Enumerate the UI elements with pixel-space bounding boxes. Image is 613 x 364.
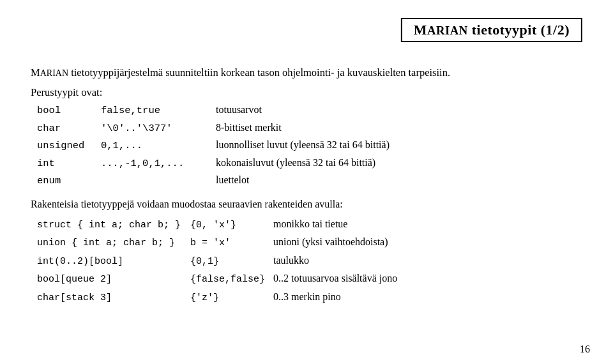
intro-text: tietotyyppijärjestelmä suunniteltiin kor… [68,66,450,79]
type-value: ...,-1,0,1,... [101,156,216,172]
rakenteisia-text: Rakenteisia tietotyyppejä voidaan muodos… [31,199,582,210]
page-title: MARIAN tietotyypit (1/2) [414,22,570,38]
type-desc: luettelot [216,172,249,188]
table-row: int(0..2)[bool] {0,1} taulukko [37,252,582,270]
title-box: MARIAN tietotyypit (1/2) [401,18,582,42]
intro-small-caps: MARIAN [31,66,68,79]
struct-val: {'z'} [190,290,273,307]
type-name: unsigned [37,138,101,155]
struct-desc: monikko tai tietue [273,215,347,232]
struct-val: {0,1} [190,254,273,270]
type-desc: luonnolliset luvut (yleensä 32 tai 64 bi… [216,137,390,153]
table-row: bool[queue 2] {false,false} 0..2 totuusa… [37,269,582,288]
struct-desc: unioni (yksi vaihtoehdoista) [273,233,388,250]
table-row: unsigned 0,1,... luonnolliset luvut (yle… [37,137,582,155]
type-desc: 8-bittiset merkit [216,119,282,136]
type-desc: totuusarvot [216,102,262,118]
type-name: enum [37,173,101,190]
type-name: char [37,121,101,137]
struct-table: struct { int a; char b; } {0, 'x'} monik… [37,215,582,307]
title-wrapper: MARIAN tietotyypit (1/2) [31,18,582,54]
struct-code: bool[queue 2] [37,271,190,288]
perustyypit-label: Perustyypit ovat: [31,86,582,99]
page: MARIAN tietotyypit (1/2) MARIAN tietotyy… [0,0,613,364]
struct-code: int(0..2)[bool] [37,254,190,270]
type-value: '\0'..'\377' [101,121,216,137]
type-desc: kokonaisluvut (yleensä 32 tai 64 bittiä) [216,155,375,171]
page-number: 16 [580,344,590,355]
struct-val: b = 'x' [190,235,273,252]
type-table: bool false,true totuusarvot char '\0'..'… [37,102,582,190]
type-value: false,true [101,103,216,119]
table-row: enum luettelot [37,172,582,190]
struct-desc: 0..3 merkin pino [273,288,341,305]
table-row: bool false,true totuusarvot [37,102,582,119]
table-row: int ...,-1,0,1,... kokonaisluvut (yleens… [37,155,582,172]
intro-paragraph: MARIAN tietotyyppijärjestelmä suunnitelt… [31,65,582,80]
type-name: bool [37,103,101,119]
struct-code: union { int a; char b; } [37,235,190,252]
table-row: union { int a; char b; } b = 'x' unioni … [37,233,582,252]
type-value: 0,1,... [101,138,216,155]
struct-code: struct { int a; char b; } [37,217,190,234]
table-row: struct { int a; char b; } {0, 'x'} monik… [37,215,582,234]
type-name: int [37,156,101,172]
table-row: char '\0'..'\377' 8-bittiset merkit [37,119,582,137]
struct-desc: 0..2 totuusarvoa sisältävä jono [273,269,397,287]
struct-desc: taulukko [273,252,309,269]
struct-val: {false,false} [190,271,273,288]
table-row: char[stack 3] {'z'} 0..3 merkin pino [37,288,582,307]
struct-val: {0, 'x'} [190,217,273,234]
struct-code: char[stack 3] [37,290,190,307]
